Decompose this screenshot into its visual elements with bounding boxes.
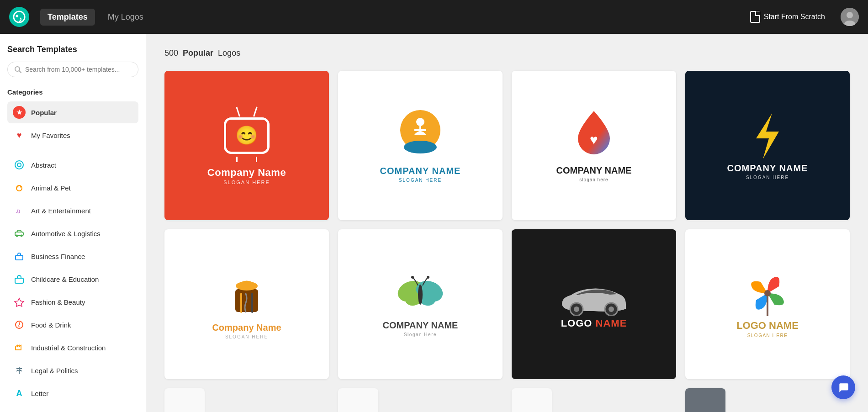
logo-grid: 😊 Company Name SLOGAN HERE	[164, 71, 850, 412]
categories-title: Categories	[7, 88, 138, 96]
app-logo[interactable]	[9, 7, 29, 27]
svg-point-39	[427, 276, 429, 279]
logo-card-8[interactable]: LOGO NAME SLOGAN HERE	[685, 229, 850, 379]
food-label: Food & Drink	[31, 321, 71, 329]
sidebar: Search Templates Categories ★ Popular ♥ …	[0, 34, 146, 412]
logo-card-10[interactable]	[338, 388, 378, 412]
fashion-icon	[13, 296, 26, 308]
childcare-icon	[13, 273, 26, 285]
topnav: Templates My Logos Start From Scratch	[0, 0, 868, 34]
logo1-name: Company Name	[207, 167, 286, 179]
logo-card-11[interactable]	[512, 388, 552, 412]
sidebar-item-industrial[interactable]: Industrial & Construction	[7, 337, 138, 359]
svg-point-43	[609, 306, 614, 312]
business-icon	[13, 250, 26, 263]
start-scratch-label: Start From Scratch	[764, 13, 825, 21]
sidebar-item-business[interactable]: Business Finance	[7, 245, 138, 267]
svg-text:♫: ♫	[16, 207, 21, 215]
results-keyword: Popular	[183, 48, 213, 58]
logo5-slogan: SLOGAN HERE	[225, 334, 268, 339]
industrial-icon	[13, 341, 26, 354]
search-input[interactable]	[25, 66, 132, 73]
svg-point-23	[404, 141, 437, 153]
childcare-label: Childcare & Education	[31, 275, 99, 283]
industrial-label: Industrial & Construction	[31, 344, 106, 352]
favorites-icon: ♥	[13, 129, 26, 142]
sidebar-item-fashion[interactable]: Fashion & Beauty	[7, 291, 138, 313]
sidebar-item-legal[interactable]: Legal & Politics	[7, 359, 138, 381]
logo-card-5[interactable]: Company Name SLOGAN HERE	[164, 229, 329, 379]
popular-label: Popular	[31, 109, 57, 116]
user-avatar[interactable]	[841, 8, 859, 26]
logo-card-4[interactable]: COMPANY NAME SLOGAN HERE	[685, 71, 850, 220]
sidebar-item-letter[interactable]: A Letter	[7, 382, 138, 404]
svg-point-9	[16, 185, 22, 191]
sidebar-item-popular[interactable]: ★ Popular	[7, 101, 138, 123]
results-suffix: Logos	[218, 48, 240, 58]
svg-point-8	[17, 163, 21, 167]
start-from-scratch-button[interactable]: Start From Scratch	[744, 7, 831, 26]
abstract-icon	[13, 158, 26, 171]
logo-card-1[interactable]: 😊 Company Name SLOGAN HERE	[164, 71, 329, 220]
logo8-slogan: SLOGAN HERE	[747, 333, 788, 338]
sidebar-item-my-favorites[interactable]: ♥ My Favorites	[7, 124, 138, 146]
sidebar-item-animal[interactable]: Animal & Pet	[7, 177, 138, 199]
logo3-slogan: slogan here	[579, 177, 608, 182]
search-templates-title: Search Templates	[7, 45, 138, 54]
svg-marker-28	[756, 113, 779, 159]
animal-icon	[13, 181, 26, 194]
divider	[7, 150, 138, 150]
business-label: Business Finance	[31, 253, 85, 260]
svg-point-37	[418, 285, 423, 305]
search-icon	[14, 66, 21, 73]
layout: Search Templates Categories ★ Popular ♥ …	[0, 34, 868, 412]
nav-mylogos[interactable]: My Logos	[101, 9, 151, 26]
automotive-icon	[13, 227, 26, 240]
logo1-slogan: SLOGAN HERE	[223, 180, 270, 185]
favorites-label: My Favorites	[31, 132, 70, 139]
food-icon	[13, 318, 26, 331]
logo-card-7[interactable]: LOGO NAME	[512, 229, 676, 379]
automotive-label: Automotive & Logistics	[31, 230, 101, 238]
chat-button[interactable]	[831, 375, 855, 399]
legal-icon	[13, 364, 26, 377]
art-icon: ♫	[13, 204, 26, 217]
logo-card-6[interactable]: COMPANY NAME Slogan Here	[338, 229, 503, 379]
svg-rect-16	[16, 255, 23, 260]
logo5-name: Company Name	[212, 322, 281, 333]
sidebar-item-food[interactable]: Food & Drink	[7, 314, 138, 336]
svg-text:♥: ♥	[590, 132, 598, 147]
legal-label: Legal & Politics	[31, 367, 78, 375]
svg-point-44	[764, 290, 771, 296]
sidebar-item-art[interactable]: ♫ Art & Entertainment	[7, 200, 138, 222]
popular-icon: ★	[13, 106, 26, 119]
letter-icon: A	[13, 387, 26, 400]
logo6-slogan: Slogan Here	[404, 332, 437, 337]
abstract-label: Abstract	[31, 161, 56, 169]
logo4-slogan: SLOGAN HERE	[746, 175, 789, 180]
main-content: 500 Popular Logos 😊	[146, 34, 868, 412]
logo2-slogan: SLOGAN HERE	[399, 178, 442, 183]
nav-templates[interactable]: Templates	[40, 9, 95, 26]
search-box[interactable]	[7, 62, 138, 77]
svg-marker-18	[15, 298, 24, 306]
svg-rect-17	[15, 278, 23, 283]
svg-line-6	[19, 71, 21, 73]
svg-point-41	[574, 306, 579, 312]
results-header: 500 Popular Logos	[164, 48, 850, 58]
sidebar-item-abstract[interactable]: Abstract	[7, 154, 138, 176]
logo-card-9[interactable]	[164, 388, 205, 412]
logo-card-3[interactable]: ♥ COMPANY NAME slogan here	[512, 71, 676, 220]
sidebar-item-automotive[interactable]: Automotive & Logistics	[7, 222, 138, 244]
logo8-name: LOGO NAME	[736, 320, 799, 332]
sidebar-item-childcare[interactable]: Childcare & Education	[7, 268, 138, 290]
letter-label: Letter	[31, 390, 48, 397]
logo-card-2[interactable]: COMPANY NAME SLOGAN HERE	[338, 71, 503, 220]
svg-point-0	[14, 11, 25, 22]
document-icon	[750, 11, 760, 23]
logo-card-12[interactable]	[685, 388, 725, 412]
art-label: Art & Entertainment	[31, 207, 91, 215]
topnav-right: Start From Scratch	[744, 7, 859, 26]
animal-label: Animal & Pet	[31, 184, 71, 192]
svg-point-1	[16, 15, 19, 17]
